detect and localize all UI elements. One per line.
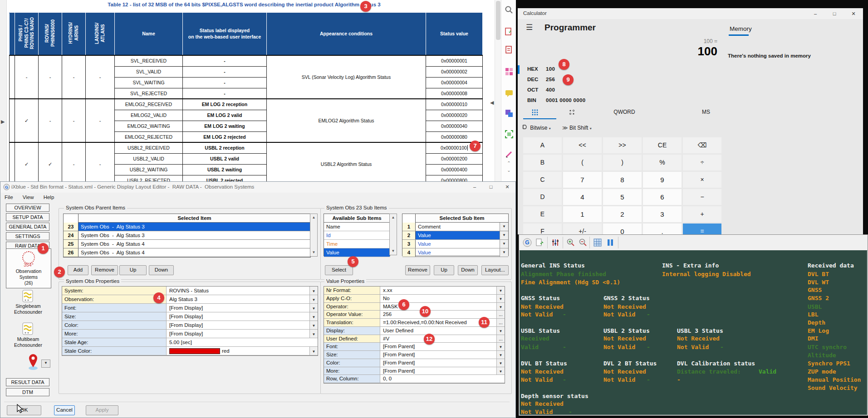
multibeam-echosounder-icon[interactable] <box>22 322 34 337</box>
property-value[interactable]: [From Parent] <box>380 367 496 375</box>
minimize-button[interactable]: – <box>466 182 483 192</box>
available-sub-item[interactable]: Value <box>324 248 390 257</box>
dropdown-arrow-icon[interactable]: ▼ <box>500 223 508 231</box>
property-value[interactable]: User Defined <box>380 327 496 335</box>
dropdown-arrow-button[interactable]: ▼ <box>496 343 505 350</box>
calc-key-sym51[interactable]: +/- <box>563 224 602 234</box>
document-red-icon[interactable] <box>504 44 514 55</box>
selected-sub-item[interactable]: 1Comment▼ <box>402 223 508 231</box>
dropdown-arrow-button[interactable]: ▼ <box>496 367 505 375</box>
calc-key-sym14[interactable]: ÷ <box>683 155 721 170</box>
dropdown-arrow-button[interactable]: ▼ <box>496 303 505 311</box>
property-value[interactable]: 5.00 [sec] <box>167 338 309 346</box>
maximize-button[interactable]: □ <box>483 182 499 192</box>
property-value[interactable]: [From Display] <box>167 312 309 321</box>
base-row-bin[interactable]: BIN0001 0000 0000 <box>518 97 722 106</box>
dropdown-arrow-icon[interactable]: ▼ <box>500 240 508 248</box>
down-button[interactable]: Down <box>149 265 174 275</box>
calc-key-5[interactable]: 5 <box>603 189 642 205</box>
property-value[interactable]: 256 <box>380 311 496 318</box>
parent-list-item[interactable]: 25System Obs - Alg Status 4 <box>64 240 310 248</box>
word-size-toggle[interactable]: QWORD <box>611 109 638 115</box>
scroll-down-icon[interactable]: ▼ <box>310 249 317 256</box>
layout-button[interactable]: Layout... <box>481 265 509 275</box>
dropdown-arrow-button[interactable]: ▼ <box>496 359 505 367</box>
menu-file[interactable]: File <box>0 193 17 202</box>
hamburger-menu-icon[interactable]: ☰ <box>526 23 533 32</box>
calc-key-0[interactable]: 0 <box>603 224 642 234</box>
map-pin-icon[interactable] <box>26 353 40 372</box>
parent-list-scrollbar[interactable]: ▲ ▼ <box>310 214 318 257</box>
pdf-scrollbar[interactable] <box>495 0 501 181</box>
collapse-panel-arrow-icon[interactable]: ◀ <box>490 100 494 106</box>
close-button[interactable]: ✕ <box>844 8 863 19</box>
dropdown-arrow-button[interactable]: ▼ <box>309 304 318 312</box>
pin-dropdown-button[interactable]: ▼ <box>41 360 50 368</box>
calc-key-sym53[interactable]: . <box>643 224 682 234</box>
calc-key-C[interactable]: C <box>523 172 562 188</box>
scroll-up-icon[interactable]: ▲ <box>310 214 317 221</box>
layout-grid-icon[interactable] <box>504 66 514 77</box>
base-row-hex[interactable]: HEX100 <box>518 65 722 74</box>
parent-list-item[interactable]: 24System Obs - Alg Status 3 <box>64 231 310 240</box>
available-list-scrollbar[interactable]: ▲ ▼ <box>389 214 397 255</box>
comment-bubble-icon[interactable] <box>504 88 514 98</box>
ellipsis-button[interactable]: ... <box>496 319 505 326</box>
property-value[interactable]: MASK <box>380 303 496 311</box>
dropdown-arrow-icon[interactable]: ▼ <box>500 231 508 239</box>
snapshot-icon[interactable] <box>504 129 514 139</box>
maximize-button[interactable]: □ <box>825 8 844 19</box>
calc-key-E[interactable]: E <box>523 206 562 222</box>
settings-sliders-icon[interactable] <box>550 237 561 248</box>
property-value[interactable]: [From Display] <box>167 330 309 338</box>
property-value[interactable]: [From Parent] <box>380 359 496 367</box>
chevron-down-icon[interactable]: ⌄ <box>504 165 514 175</box>
dropdown-arrow-button[interactable]: ▼ <box>309 347 318 355</box>
dialog-titlebar[interactable]: G iXblue - Std Bin format - Status.xml -… <box>0 182 515 193</box>
property-value[interactable]: [From Display] <box>167 304 309 312</box>
sidebar-item-observation-systems[interactable]: 354° Observation Systems (26) <box>6 248 51 288</box>
apply-button[interactable]: Apply <box>86 405 118 415</box>
calc-key-sym13[interactable]: % <box>643 155 682 170</box>
translate-icon[interactable] <box>504 108 514 118</box>
calc-key-B[interactable]: B <box>523 155 562 170</box>
full-keypad-icon[interactable] <box>531 109 539 117</box>
calc-key-sym54[interactable]: = <box>683 224 721 234</box>
tab-memory[interactable]: Memory <box>730 25 752 32</box>
dropdown-arrow-button[interactable]: ▼ <box>309 330 318 338</box>
dropdown-arrow-button[interactable]: ▼ <box>309 287 318 295</box>
available-sub-item[interactable]: Time <box>324 240 390 248</box>
calc-key-sym11[interactable]: ( <box>563 155 602 170</box>
available-sub-item[interactable]: Name <box>324 223 390 231</box>
sidebar-tab-dtm[interactable]: DTM <box>6 388 49 396</box>
multibeam-echosounder-label[interactable]: Multibeam Echosounder <box>6 336 50 348</box>
dropdown-arrow-button[interactable]: ▼ <box>309 295 318 303</box>
remove-button[interactable]: Remove <box>91 265 118 275</box>
close-button[interactable]: ✕ <box>499 182 515 192</box>
dropdown-arrow-button[interactable]: ▼ <box>496 327 505 335</box>
calc-key-9[interactable]: 9 <box>643 172 682 188</box>
memory-store-button[interactable]: MS <box>699 109 713 115</box>
up-button[interactable]: Up <box>119 265 147 275</box>
property-value[interactable]: [From Parent] <box>380 343 496 350</box>
calc-key-sym01[interactable]: << <box>563 137 602 153</box>
parent-list-item[interactable]: 26System Obs - Alg Status 4 <box>64 248 310 257</box>
zoom-search-icon[interactable] <box>504 5 514 15</box>
calc-key-A[interactable]: A <box>523 137 562 153</box>
selected-sub-item[interactable]: 3Value▼ <box>402 240 508 248</box>
bitshift-dropdown[interactable]: Bit Shift <box>569 125 588 131</box>
selected-sub-item[interactable]: 2Value▼ <box>402 231 508 240</box>
calc-key-7[interactable]: 7 <box>563 172 602 188</box>
bit-toggle-keypad-icon[interactable] <box>569 109 576 117</box>
sub-up-button[interactable]: Up <box>434 265 454 275</box>
grid-view-icon[interactable] <box>592 237 603 248</box>
scroll-up-icon[interactable]: ▲ <box>390 214 397 221</box>
calc-key-2[interactable]: 2 <box>603 206 642 222</box>
calculator-titlebar[interactable]: Calculator – □ ✕ <box>518 8 863 19</box>
calc-key-sym02[interactable]: >> <box>603 137 642 153</box>
singlebeam-echosounder-label[interactable]: Singlebeam Echosounder <box>6 303 50 315</box>
property-value[interactable]: [From Parent] <box>380 351 496 359</box>
sub-down-button[interactable]: Down <box>458 265 478 275</box>
property-value[interactable]: x.xx <box>380 287 496 294</box>
sidebar-tab-settings[interactable]: SETTINGS <box>6 232 49 240</box>
